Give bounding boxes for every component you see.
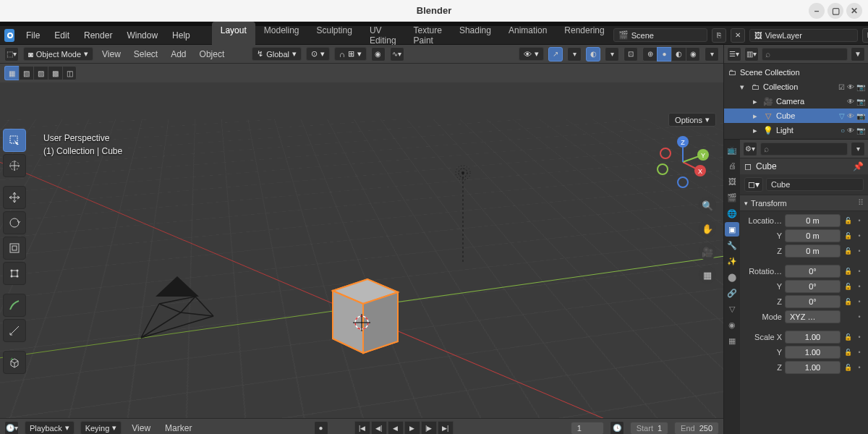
ptab-scene[interactable]: 🎬 — [725, 190, 739, 205]
shading-dropdown[interactable]: ▾ — [705, 47, 719, 61]
datablock-selector[interactable]: ◻▾ — [744, 177, 763, 192]
anim-dot[interactable]: • — [855, 298, 864, 305]
visibility-selector[interactable]: 👁▾ — [519, 47, 544, 61]
viewport-3d[interactable]: User Perspective (1) Collection | Cube O… — [0, 82, 723, 418]
tool-rotate[interactable] — [3, 211, 26, 234]
location-z-field[interactable]: 0 m — [785, 244, 841, 258]
vp-menu-object[interactable]: Object — [195, 48, 229, 61]
new-scene-button[interactable]: ⎘ — [712, 28, 726, 43]
outliner-editor-selector[interactable]: ☰▾ — [727, 47, 741, 61]
lock-icon[interactable]: 🔓 — [843, 247, 852, 255]
render-icon[interactable]: 📷 — [856, 83, 865, 91]
timeline-marker-menu[interactable]: Marker — [161, 422, 196, 435]
vp-menu-add[interactable]: Add — [166, 48, 190, 61]
ptab-data[interactable]: ▽ — [725, 302, 739, 316]
light-object[interactable] — [452, 162, 474, 265]
checkbox-icon[interactable]: ☑ — [838, 83, 845, 91]
perspective-toggle-icon[interactable]: ▦ — [699, 266, 716, 284]
pivot-selector[interactable]: ⊙▾ — [306, 47, 330, 61]
window-maximize-button[interactable]: ▢ — [827, 3, 843, 19]
lock-icon[interactable]: 🔓 — [843, 283, 852, 290]
select-extend-icon[interactable]: ▧ — [19, 66, 33, 80]
auto-keying-toggle[interactable]: ● — [314, 421, 328, 435]
location-y-field[interactable]: 0 m — [785, 229, 841, 242]
lock-icon[interactable]: 🔓 — [843, 364, 852, 371]
jump-end-button[interactable]: ▶| — [438, 421, 454, 435]
navigation-gizmo[interactable]: X Y Z — [655, 135, 710, 190]
tree-collection[interactable]: ▾ 🗀 Collection ☑👁📷 — [724, 80, 868, 94]
vp-menu-view[interactable]: View — [98, 48, 125, 61]
disclosure-icon[interactable]: ▸ — [750, 111, 760, 121]
panel-menu-icon[interactable]: ⠿ — [858, 198, 864, 208]
gizmo-dropdown[interactable]: ▾ — [567, 47, 582, 61]
menu-help[interactable]: Help — [165, 27, 197, 43]
pin-icon[interactable]: 📌 — [853, 161, 864, 171]
tree-item-cube[interactable]: ▸ ▽ Cube ▽👁📷 — [724, 109, 868, 123]
eye-icon[interactable]: 👁 — [847, 127, 854, 135]
ptab-output[interactable]: 🖨 — [725, 158, 739, 173]
proportional-edit-toggle[interactable]: ◉ — [371, 47, 386, 61]
render-icon[interactable]: 📷 — [856, 112, 865, 120]
shading-wireframe[interactable]: ⊕ — [642, 47, 657, 61]
tool-scale[interactable] — [3, 237, 26, 260]
anim-dot[interactable]: • — [855, 247, 864, 255]
scale-x-field[interactable]: 1.00 — [785, 331, 841, 344]
props-editor-selector[interactable]: ⚙▾ — [743, 142, 757, 156]
light-data-icon[interactable]: ○ — [841, 127, 845, 135]
select-invert-icon[interactable]: ◫ — [62, 66, 77, 80]
rotation-z-field[interactable]: 0° — [785, 295, 841, 308]
ptab-world[interactable]: 🌐 — [725, 206, 739, 221]
select-subtract-icon[interactable]: ▨ — [33, 66, 48, 80]
outliner-display-mode[interactable]: ▥▾ — [744, 47, 759, 61]
vp-menu-select[interactable]: Select — [129, 48, 162, 61]
mode-selector[interactable]: ◙ Object Mode ▾ — [23, 47, 93, 61]
rotation-x-field[interactable]: 0° — [785, 265, 841, 278]
timeline-view-menu[interactable]: View — [127, 422, 155, 435]
anim-dot[interactable]: • — [855, 313, 864, 320]
object-name-field[interactable] — [766, 178, 864, 191]
keyframe-next-button[interactable]: |▶ — [421, 421, 437, 435]
outliner-search[interactable]: ⌕ — [762, 48, 848, 61]
current-frame-field[interactable]: 1 — [571, 422, 604, 435]
select-new-icon[interactable]: ▦ — [4, 66, 19, 80]
lock-icon[interactable]: 🔓 — [843, 333, 852, 341]
ptab-object[interactable]: ▣ — [725, 222, 739, 237]
ptab-constraints[interactable]: 🔗 — [725, 286, 739, 300]
lock-icon[interactable]: 🔓 — [843, 349, 852, 356]
pan-icon[interactable]: ✋ — [699, 220, 716, 237]
lock-icon[interactable]: 🔓 — [843, 268, 852, 275]
scale-y-field[interactable]: 1.00 — [785, 346, 841, 359]
delete-scene-button[interactable]: ✕ — [731, 28, 745, 43]
play-button[interactable]: ▶ — [404, 421, 420, 435]
location-x-field[interactable]: 0 m — [785, 214, 841, 227]
proportional-falloff[interactable]: ∿▾ — [390, 47, 404, 61]
play-reverse-button[interactable]: ◀ — [388, 421, 404, 435]
scene-selector[interactable]: 🎬 Scene — [613, 28, 707, 42]
viewlayer-selector[interactable]: 🖼 ViewLayer — [749, 29, 858, 42]
timeline-editor-selector[interactable]: 🕒▾ — [4, 421, 19, 435]
ptab-render[interactable]: 📺 — [725, 142, 739, 157]
tool-add-cube[interactable]: + — [3, 351, 26, 374]
lock-icon[interactable]: 🔓 — [843, 298, 852, 305]
ptab-particles[interactable]: ✨ — [725, 254, 739, 268]
menu-file[interactable]: File — [19, 27, 47, 43]
end-frame-field[interactable]: End250 — [674, 422, 719, 435]
outliner-filter[interactable]: ▼ — [851, 47, 865, 61]
rotation-y-field[interactable]: 0° — [785, 280, 841, 293]
props-options[interactable]: ▾ — [851, 142, 865, 156]
lock-icon[interactable]: 🔓 — [843, 232, 852, 239]
anim-dot[interactable]: • — [855, 283, 864, 290]
render-icon[interactable]: 📷 — [856, 98, 865, 106]
menu-edit[interactable]: Edit — [47, 27, 77, 43]
editor-type-selector[interactable]: ⬚▾ — [4, 47, 19, 61]
anim-dot[interactable]: • — [855, 364, 864, 371]
disclosure-icon[interactable]: ▾ — [737, 82, 747, 92]
props-search[interactable]: ⌕ — [760, 142, 848, 156]
shading-material[interactable]: ◐ — [671, 47, 686, 61]
gizmo-toggle[interactable]: ↗ — [548, 47, 563, 61]
scale-z-field[interactable]: 1.00 — [785, 361, 841, 374]
tool-select-box[interactable] — [3, 129, 26, 152]
window-minimize-button[interactable]: – — [809, 3, 825, 19]
eye-icon[interactable]: 👁 — [847, 112, 854, 120]
anim-dot[interactable]: • — [855, 217, 864, 224]
